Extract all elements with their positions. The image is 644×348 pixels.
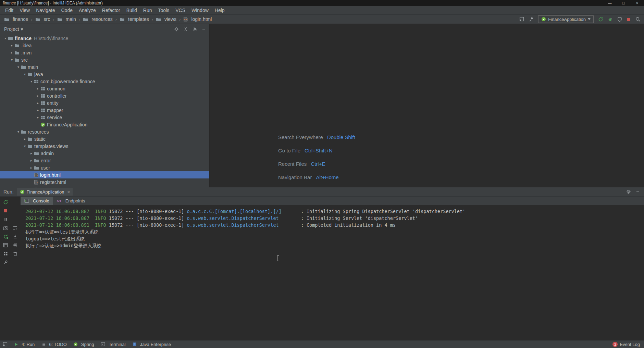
menu-code[interactable]: Code [58,8,75,13]
tree-item-src[interactable]: ▾src [0,56,209,63]
breadcrumb-item-resources[interactable]: resources [82,16,113,22]
tree-item--idea[interactable]: ▸.idea [0,42,209,49]
breadcrumb-item-login-html[interactable]: login.html [183,16,212,22]
chevron-down-icon[interactable]: ▾ [21,26,23,32]
expand-arrow-icon[interactable]: ▸ [29,159,34,162]
menu-edit[interactable]: Edit [2,8,16,13]
tree-item-controller[interactable]: ▸controller [0,92,209,99]
status-item-4-run[interactable]: 4: Run [14,342,35,347]
menu-view[interactable]: View [16,8,33,13]
menu-run[interactable]: Run [140,8,155,13]
project-panel-title[interactable]: Project [4,26,19,32]
rerun-icon[interactable] [1,198,10,207]
pause-icon[interactable] [1,215,10,224]
update-app-icon[interactable] [1,232,10,241]
tool-window-toggle-icon[interactable] [3,342,8,347]
gear-icon[interactable] [626,189,631,194]
collapse-arrow-icon[interactable]: ▾ [22,144,27,148]
maximize-button[interactable]: □ [617,0,630,6]
console-output[interactable]: 2021-07-12 16:06:08.887 INFO 15072 --- [… [21,205,644,340]
expand-arrow-icon[interactable]: ▸ [29,151,34,155]
close-tab-icon[interactable]: × [67,189,70,195]
tree-item-templates-views[interactable]: ▾templates.views [0,142,209,150]
tree-item-user[interactable]: ▸user [0,164,209,171]
stop-button[interactable] [627,17,631,22]
breadcrumb-item-src[interactable]: src [35,16,51,22]
search-everywhere-icon[interactable] [635,17,641,22]
menu-navigate[interactable]: Navigate [33,8,58,13]
status-item-6-todo[interactable]: 6: TODO [41,342,67,347]
expand-arrow-icon[interactable]: ▸ [9,51,14,54]
minimize-button[interactable]: — [603,0,617,6]
menu-window[interactable]: Window [188,8,212,13]
menu-refactor[interactable]: Refactor [99,8,123,13]
stop-icon[interactable] [1,207,10,215]
tree-item-resources[interactable]: ▾resources [0,128,209,135]
tree-item-entity[interactable]: ▸entity [0,99,209,107]
tree-item-admin[interactable]: ▸admin [0,150,209,157]
collapse-arrow-icon[interactable]: ▾ [16,65,21,69]
tree-item-main[interactable]: ▾main [0,63,209,71]
run-button[interactable] [598,17,603,22]
menu-build[interactable]: Build [123,8,140,13]
tab-console[interactable]: Console [21,197,53,205]
run-configuration-select[interactable]: FinanceApplication [538,15,594,23]
hide-panel-icon[interactable] [636,190,640,194]
tool-windows-icon[interactable] [519,17,524,22]
expand-arrow-icon[interactable]: ▸ [35,101,40,105]
tree-item-finance[interactable]: ▾financeH:\study\finance [0,35,209,42]
menu-vcs[interactable]: VCS [172,8,188,13]
tab-endpoints[interactable]: Endpoints [53,197,89,205]
close-button[interactable]: × [630,0,644,6]
tree-item-login-html[interactable]: login.html [0,171,209,178]
status-item-event-log[interactable]: Event Log [620,342,640,347]
tree-item-error[interactable]: ▸error [0,157,209,164]
collapse-arrow-icon[interactable]: ▾ [29,79,34,83]
collapse-arrow-icon[interactable]: ▾ [3,36,8,40]
menu-help[interactable]: Help [212,8,228,13]
settings-grid-icon[interactable] [1,249,10,258]
tree-item-service[interactable]: ▸service [0,114,209,121]
tree-item-common[interactable]: ▸common [0,85,209,92]
build-project-button[interactable] [529,17,534,22]
breadcrumb-item-templates[interactable]: templates [119,16,150,22]
editor-area[interactable]: Search EverywhereDouble ShiftGo to FileC… [210,24,644,187]
expand-arrow-icon[interactable]: ▸ [29,166,34,170]
breadcrumb-item-views[interactable]: views [155,16,177,22]
gear-icon[interactable] [193,27,197,32]
tree-item-java[interactable]: ▾java [0,71,209,78]
breadcrumb-item-finance[interactable]: finance [3,16,29,22]
tree-item-register-html[interactable]: register.html [0,178,209,186]
expand-arrow-icon[interactable]: ▸ [35,94,40,98]
restore-layout-icon[interactable] [1,241,10,249]
print-icon[interactable] [10,241,20,249]
status-item-terminal[interactable]: Terminal [101,342,125,347]
status-item-spring[interactable]: Spring [74,342,94,347]
expand-arrow-icon[interactable]: ▸ [9,44,14,47]
expand-arrow-icon[interactable]: ▸ [22,137,27,141]
expand-arrow-icon[interactable]: ▸ [35,87,40,90]
menu-tools[interactable]: Tools [155,8,173,13]
clear-all-icon[interactable] [10,249,20,258]
collapse-arrow-icon[interactable]: ▾ [16,130,21,134]
camera-icon[interactable] [1,224,10,232]
tree-item--mvn[interactable]: ▸.mvn [0,49,209,56]
coverage-button[interactable] [617,17,622,22]
debug-button[interactable] [608,17,613,22]
collapse-arrow-icon[interactable]: ▾ [9,58,14,62]
tree-item-static[interactable]: ▸static [0,135,209,142]
collapse-all-icon[interactable] [183,27,188,32]
soft-wrap-icon[interactable] [10,224,20,232]
tree-item-com-bjpowernode-finance[interactable]: ▾com.bjpowernode.finance [0,78,209,85]
expand-arrow-icon[interactable]: ▸ [35,115,40,119]
expand-arrow-icon[interactable]: ▸ [35,108,40,112]
tree-item-financeapplication[interactable]: FinanceApplication [0,121,209,128]
run-tab-financeapplication[interactable]: FinanceApplication × [17,188,73,196]
breadcrumb-item-main[interactable]: main [57,16,77,22]
scroll-to-end-icon[interactable] [10,232,20,241]
tree-item-mapper[interactable]: ▸mapper [0,107,209,114]
hide-panel-icon[interactable] [202,27,206,31]
locate-file-icon[interactable] [174,27,179,32]
status-item-java-enterprise[interactable]: JJava Enterprise [133,342,171,347]
collapse-arrow-icon[interactable]: ▾ [22,72,27,76]
